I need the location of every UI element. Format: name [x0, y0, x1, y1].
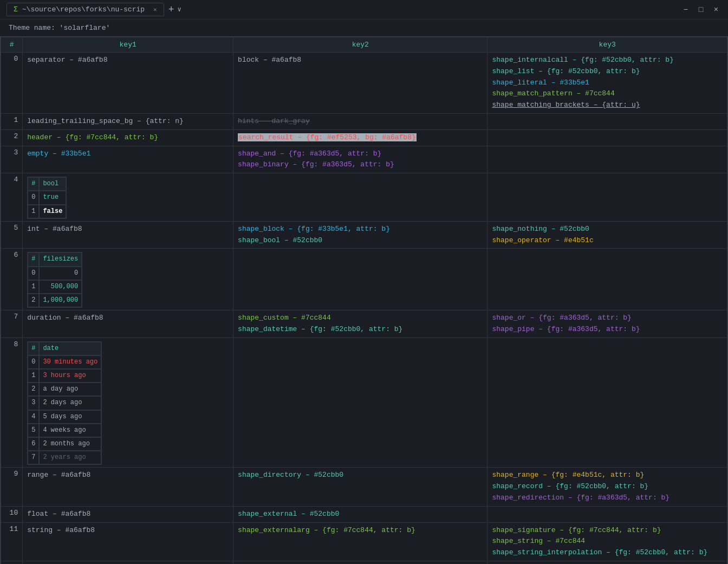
col-key2-header: key2: [233, 37, 487, 53]
mini-hash-header: #: [28, 177, 39, 191]
mini-row-num: 0: [28, 267, 39, 280]
active-tab[interactable]: Σ ~\source\repos\forks\nu-scrip ✕: [6, 3, 164, 16]
row-12-col3: shape_table – {fg: #33b5e1, attr: b} sha…: [487, 561, 727, 564]
table-header-row: # key1 key2 key3: [1, 37, 727, 53]
mini-date-6: 2 months ago: [39, 437, 101, 451]
row-num-9: 9: [1, 468, 23, 506]
row-5-col2: shape_block – {fg: #33b5e1, attr: b} sha…: [233, 221, 487, 249]
mini-row-num: 1: [28, 369, 39, 383]
row-11-col2: shape_externalarg – {fg: #7cc844, attr: …: [233, 522, 487, 561]
mini-table-row: 2 a day ago: [28, 383, 101, 396]
row-2-col3: [487, 129, 727, 146]
mini-table-row: 1 false: [28, 205, 66, 218]
row-num-12: 12: [1, 561, 23, 564]
row-6-col1: # filesizes 0 0 1 500,000 2 1,000,000: [23, 249, 233, 310]
tab-close-button[interactable]: ✕: [153, 6, 157, 13]
row-9-col2: shape_directory – #52cbb0: [233, 468, 487, 506]
table-row: 4 # bool 0 true 1 false: [1, 173, 727, 222]
row-3-col3: [487, 146, 727, 173]
row-7-col1: duration – #a6afb8: [23, 310, 233, 338]
row-5-col1: int – #a6afb8: [23, 221, 233, 249]
col-key3-header: key3: [487, 37, 727, 53]
mini-table-row: 0 true: [28, 191, 66, 204]
row-11-col1: string – #a6afb8: [23, 522, 233, 561]
mini-table-row: 1 3 hours ago: [28, 369, 101, 383]
row-num-5: 5: [1, 221, 23, 249]
mini-table-row: 1 500,000: [28, 280, 82, 294]
table-row: 10 float – #a6afb8 shape_external – #52c…: [1, 506, 727, 522]
row-num-7: 7: [1, 310, 23, 338]
mini-table-row: 2 1,000,000: [28, 294, 82, 307]
table-row: 12 nothing – #a6afb8 shape_filepath – #5…: [1, 561, 727, 564]
mini-date-1: 3 hours ago: [39, 369, 101, 383]
mini-row-num: 5: [28, 424, 39, 437]
window-controls: − □ ×: [680, 4, 722, 15]
row-10-col3: [487, 506, 727, 522]
close-button[interactable]: ×: [711, 4, 722, 15]
table-row: 3 empty – #33b5e1 shape_and – {fg: #a363…: [1, 146, 727, 173]
table-row: 2 header – {fg: #7cc844, attr: b} search…: [1, 129, 727, 146]
row-num-2: 2: [1, 129, 23, 146]
row-1-col2: hints – dark_gray: [233, 113, 487, 129]
table-row: 9 range – #a6afb8 shape_directory – #52c…: [1, 468, 727, 506]
mini-bool-header: bool: [39, 177, 66, 191]
mini-bool-false: false: [39, 205, 66, 218]
row-4-col3: [487, 173, 727, 222]
titlebar: Σ ~\source\repos\forks\nu-scrip ✕ + ∨ − …: [0, 0, 728, 20]
row-2-col2: search_result – {fg: #ef5253, bg: #a6afb…: [233, 129, 487, 146]
table-row: 11 string – #a6afb8 shape_externalarg – …: [1, 522, 727, 561]
row-1-col3: [487, 113, 727, 129]
mini-date-5: 4 weeks ago: [39, 424, 101, 437]
row-8-col2: [233, 338, 487, 468]
new-tab-button[interactable]: +: [168, 4, 174, 15]
tab-icon: Σ: [14, 5, 18, 14]
row-8-col1: # date 0 30 minutes ago 1 3 hours ago 2 …: [23, 338, 233, 468]
row-9-col1: range – #a6afb8: [23, 468, 233, 506]
table-row: 7 duration – #a6afb8 shape_custom – #7cc…: [1, 310, 727, 338]
row-2-col1: header – {fg: #7cc844, attr: b}: [23, 129, 233, 146]
row-0-col1: separator – #a6afb8: [23, 53, 233, 114]
mini-row-num: 2: [28, 383, 39, 396]
row-4-col2: [233, 173, 487, 222]
row-12-col1: nothing – #a6afb8: [23, 561, 233, 564]
mini-date-0: 30 minutes ago: [39, 355, 101, 369]
tab-dropdown-button[interactable]: ∨: [178, 5, 181, 14]
minimize-button[interactable]: −: [680, 4, 691, 15]
mini-fs-2: 1,000,000: [39, 294, 82, 307]
row-1-col1: leading_trailing_space_bg – {attr: n}: [23, 113, 233, 129]
row-4-col1: # bool 0 true 1 false: [23, 173, 233, 222]
mini-table-row: 7 2 years ago: [28, 451, 101, 464]
table-row: 8 # date 0 30 minutes ago 1 3 hours ago: [1, 338, 727, 468]
row-num-1: 1: [1, 113, 23, 129]
theme-line: Theme name: 'solarflare': [0, 20, 728, 36]
mini-table-row: 5 4 weeks ago: [28, 424, 101, 437]
mini-fs-1: 500,000: [39, 280, 82, 294]
mini-row-num: 7: [28, 451, 39, 464]
row-num-11: 11: [1, 522, 23, 561]
row-11-col3: shape_signature – {fg: #7cc844, attr: b}…: [487, 522, 727, 561]
mini-filesizes-header: filesizes: [39, 252, 82, 266]
mini-fs-0: 0: [39, 267, 82, 280]
mini-row-num: 6: [28, 437, 39, 451]
mini-date-header: date: [39, 342, 101, 355]
mini-row-num: 0: [28, 355, 39, 369]
mini-bool-true: true: [39, 191, 66, 204]
row-8-col3: [487, 338, 727, 468]
col-key1-header: key1: [23, 37, 233, 53]
row-6-col3: [487, 249, 727, 310]
mini-table-row: 0 0: [28, 267, 82, 280]
mini-table-row: 6 2 months ago: [28, 437, 101, 451]
row-9-col3: shape_range – {fg: #e4b51c, attr: b} sha…: [487, 468, 727, 506]
col-hash-header: #: [1, 37, 23, 53]
mini-date-2: a day ago: [39, 383, 101, 396]
mini-row-num: 3: [28, 396, 39, 410]
mini-date-3: 2 days ago: [39, 396, 101, 410]
maximize-button[interactable]: □: [696, 4, 706, 15]
row-0-col2: block – #a6afb8: [233, 53, 487, 114]
row-num-6: 6: [1, 249, 23, 310]
table-row: 6 # filesizes 0 0 1 500,000: [1, 249, 727, 310]
mini-hash-header: #: [28, 252, 39, 266]
row-num-4: 4: [1, 173, 23, 222]
table-row: 0 separator – #a6afb8 block – #a6afb8 sh…: [1, 53, 727, 114]
mini-table-row: 3 2 days ago: [28, 396, 101, 410]
